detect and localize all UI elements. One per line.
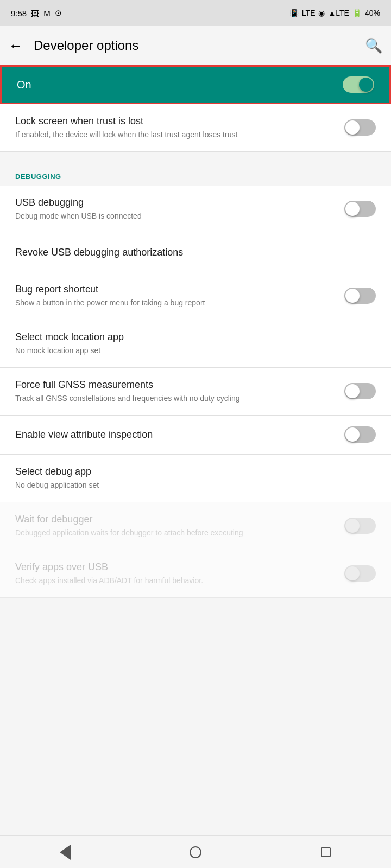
setting-wait-debugger: Wait for debugger Debugged application w… — [0, 502, 391, 550]
status-time: 9:58 — [11, 9, 27, 18]
setting-title-wait-debugger: Wait for debugger — [15, 513, 336, 526]
setting-title-view-attribute: Enable view attribute inspection — [15, 429, 336, 441]
toggle-wait-debugger — [344, 518, 376, 534]
toggle-thumb-wait — [345, 519, 360, 533]
setting-gnss[interactable]: Force full GNSS measurements Track all G… — [0, 368, 391, 416]
setting-title-debug-app: Select debug app — [15, 465, 367, 478]
setting-title-verify-usb: Verify apps over USB — [15, 561, 336, 573]
back-triangle-icon — [60, 845, 71, 860]
setting-subtitle-lock-screen: If enabled, the device will lock when th… — [15, 130, 336, 141]
lte-icon: ▲LTE — [328, 9, 349, 17]
setting-title-bug-report: Bug report shortcut — [15, 283, 336, 296]
setting-subtitle-gnss: Track all GNSS constellations and freque… — [15, 393, 336, 404]
nav-back-button[interactable] — [49, 841, 81, 863]
setting-text-gnss: Force full GNSS measurements Track all G… — [15, 379, 344, 404]
signal-icon: LTE — [302, 9, 316, 17]
setting-text-debug-app: Select debug app No debug application se… — [15, 465, 376, 491]
dev-on-toggle[interactable] — [343, 76, 374, 93]
setting-mock-location[interactable]: Select mock location app No mock locatio… — [0, 320, 391, 368]
setting-debug-app[interactable]: Select debug app No debug application se… — [0, 455, 391, 502]
content-scroll: On Lock screen when trust is lost If ena… — [0, 65, 391, 630]
section-header-debugging: DEBUGGING — [0, 158, 391, 186]
toggle-thumb-bug — [345, 289, 360, 303]
toggle-thumb-view — [345, 427, 360, 442]
setting-text-revoke-usb: Revoke USB debugging authorizations — [15, 246, 376, 259]
setting-subtitle-wait-debugger: Debugged application waits for debugger … — [15, 528, 336, 539]
nav-recents-button[interactable] — [310, 841, 342, 863]
toggle-thumb-usb — [345, 202, 360, 216]
back-button[interactable]: ← — [9, 37, 23, 54]
setting-bug-report[interactable]: Bug report shortcut Show a button in the… — [0, 272, 391, 320]
setting-verify-usb: Verify apps over USB Check apps installe… — [0, 550, 391, 598]
setting-view-attribute[interactable]: Enable view attribute inspection — [0, 416, 391, 455]
developer-on-row[interactable]: On — [0, 65, 391, 104]
toggle-thumb-gnss — [345, 384, 360, 398]
setting-subtitle-verify-usb: Check apps installed via ADB/ADT for har… — [15, 576, 336, 586]
gallery-icon: 🖼 — [31, 9, 39, 18]
section-divider-1 — [0, 152, 391, 158]
setting-title-gnss: Force full GNSS measurements — [15, 379, 336, 391]
setting-text-lock-screen: Lock screen when trust is lost If enable… — [15, 115, 344, 141]
setting-subtitle-debug-app: No debug application set — [15, 480, 367, 491]
setting-title-revoke-usb: Revoke USB debugging authorizations — [15, 246, 367, 259]
setting-title-lock-screen: Lock screen when trust is lost — [15, 115, 336, 127]
toggle-gnss[interactable] — [344, 383, 376, 399]
setting-text-bug-report: Bug report shortcut Show a button in the… — [15, 283, 344, 309]
toggle-thumb-verify — [345, 566, 360, 580]
toggle-lock-screen[interactable] — [344, 119, 376, 136]
setting-usb-debugging[interactable]: USB debugging Debug mode when USB is con… — [0, 186, 391, 233]
battery-icon: 🔋 — [352, 9, 362, 17]
mail-icon: M — [43, 9, 51, 18]
navigation-bar — [0, 835, 391, 868]
setting-lock-screen-trust[interactable]: Lock screen when trust is lost If enable… — [0, 104, 391, 152]
setting-text-wait-debugger: Wait for debugger Debugged application w… — [15, 513, 344, 539]
camera-icon: ⊙ — [55, 8, 62, 18]
recents-square-icon — [321, 847, 331, 857]
nav-home-button[interactable] — [179, 841, 212, 863]
wifi-icon: ◉ — [318, 9, 325, 17]
page-title: Developer options — [34, 38, 365, 53]
setting-text-view-attribute: Enable view attribute inspection — [15, 429, 344, 441]
toggle-thumb-lock — [345, 120, 360, 135]
toggle-bug-report[interactable] — [344, 288, 376, 304]
setting-title-usb-debugging: USB debugging — [15, 196, 336, 209]
section-label-debugging: DEBUGGING — [15, 173, 61, 181]
setting-subtitle-usb-debugging: Debug mode when USB is connected — [15, 211, 336, 222]
battery-percent: 40% — [365, 9, 380, 17]
toggle-view-attribute[interactable] — [344, 426, 376, 443]
setting-title-mock-location: Select mock location app — [15, 331, 367, 343]
setting-subtitle-mock-location: No mock location app set — [15, 346, 367, 356]
dev-on-label: On — [17, 79, 343, 91]
status-left: 9:58 🖼 M ⊙ — [11, 8, 62, 18]
setting-text-verify-usb: Verify apps over USB Check apps installe… — [15, 561, 344, 586]
setting-text-usb-debugging: USB debugging Debug mode when USB is con… — [15, 196, 344, 222]
toggle-thumb — [359, 78, 373, 92]
vibrate-icon: 📳 — [289, 9, 299, 17]
status-right: 📳 LTE ◉ ▲LTE 🔋 40% — [289, 9, 380, 17]
status-bar: 9:58 🖼 M ⊙ 📳 LTE ◉ ▲LTE 🔋 40% — [0, 0, 391, 26]
toggle-usb-debugging[interactable] — [344, 201, 376, 217]
toggle-verify-usb — [344, 565, 376, 582]
setting-text-mock-location: Select mock location app No mock locatio… — [15, 331, 376, 356]
setting-subtitle-bug-report: Show a button in the power menu for taki… — [15, 298, 336, 309]
setting-revoke-usb[interactable]: Revoke USB debugging authorizations — [0, 233, 391, 272]
app-bar: ← Developer options 🔍 — [0, 26, 391, 65]
home-circle-icon — [190, 846, 201, 858]
search-button[interactable]: 🔍 — [365, 37, 382, 54]
